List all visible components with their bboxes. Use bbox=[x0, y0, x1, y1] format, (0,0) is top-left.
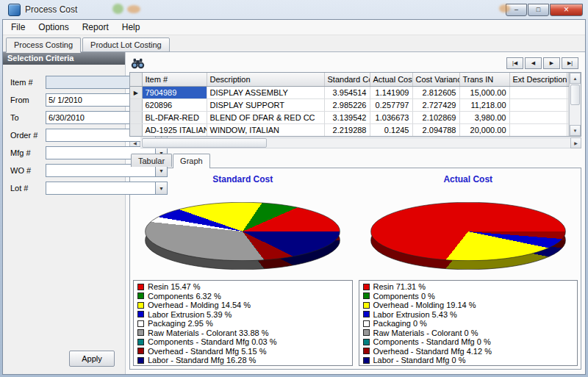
cell-description[interactable]: DISPLAY SUPPORT bbox=[207, 99, 324, 112]
nav-first-button[interactable]: |◀ bbox=[506, 57, 523, 69]
graph-panel: Standard Cost Resin 15.47 %Components 6.… bbox=[129, 168, 581, 370]
apply-button[interactable]: Apply bbox=[69, 351, 115, 367]
table-row[interactable]: ▶7904989DISPLAY ASSEMBLY3.9545141.141909… bbox=[130, 87, 569, 99]
legend-swatch bbox=[137, 302, 144, 309]
legend-item: Overhead - Standard Mfg 4.12 % bbox=[363, 347, 574, 356]
cell-cost-variance[interactable]: 2.812605 bbox=[412, 87, 459, 99]
menu-bar: FileOptionsReportHelp bbox=[3, 20, 585, 35]
legend-item: Labor - Standard Mfg 0 % bbox=[363, 356, 574, 365]
legend-item: Components 0 % bbox=[363, 292, 574, 301]
cell-ext-description[interactable] bbox=[509, 87, 567, 99]
cell-actual-cost[interactable]: 0.1245 bbox=[370, 124, 412, 137]
cell-item[interactable]: 7904989 bbox=[142, 87, 207, 99]
column-header-cost-variance[interactable]: Cost Variance bbox=[412, 73, 459, 87]
legend-label: Labor - Standard Mfg 16.28 % bbox=[148, 356, 256, 365]
tab-product-lot-costing[interactable]: Product Lot Costing bbox=[82, 37, 170, 52]
cell-trans-in[interactable]: 20,000.00 bbox=[459, 124, 509, 137]
grid-horizontal-scrollbar[interactable]: ◀ ▶ bbox=[129, 137, 581, 148]
horizontal-scroll-track[interactable] bbox=[140, 137, 570, 148]
nav-previous-button[interactable]: ◀ bbox=[525, 57, 542, 69]
grid-header-row: Item #DescriptionStandard CostActual Cos… bbox=[130, 73, 569, 87]
legend-swatch bbox=[363, 292, 370, 299]
cell-description[interactable]: BLEND OF DFAR & RED CC bbox=[207, 112, 324, 124]
column-header-description[interactable]: Description bbox=[207, 73, 324, 87]
scroll-up-icon[interactable]: ▲ bbox=[570, 73, 581, 84]
cell-item[interactable]: 620896 bbox=[142, 99, 207, 112]
field-row-from: From▼ bbox=[10, 91, 119, 109]
cell-description[interactable]: WINDOW, ITALIAN bbox=[207, 124, 324, 137]
cell-trans-in[interactable]: 15,000.00 bbox=[459, 87, 509, 99]
cell-standard-cost[interactable]: 3.954514 bbox=[324, 87, 370, 99]
cell-item[interactable]: BL-DFAR-RED bbox=[142, 112, 207, 124]
row-indicator-header bbox=[130, 73, 142, 87]
menu-item-options[interactable]: Options bbox=[32, 20, 75, 35]
legend-swatch bbox=[137, 357, 144, 364]
scroll-right-icon[interactable]: ▶ bbox=[570, 137, 581, 148]
cell-cost-variance[interactable]: 2.727429 bbox=[412, 99, 459, 112]
legend-label: Overhead - Standard Mfg 5.15 % bbox=[148, 347, 266, 356]
legend-item: Raw Materials - Colorant 33.88 % bbox=[137, 328, 348, 338]
cell-ext-description[interactable] bbox=[509, 124, 567, 137]
view-tab-tabular[interactable]: Tabular bbox=[131, 154, 172, 167]
actual-cost-chart-panel: Actual Cost Resin 71.31 %Components 0 %O… bbox=[357, 170, 580, 367]
chart-legend: Resin 71.31 %Components 0 %Overhead - Mo… bbox=[359, 280, 578, 366]
vertical-scroll-thumb[interactable] bbox=[570, 85, 580, 105]
selection-criteria-panel: Selection Criteria Item #…From▼To▼Order … bbox=[3, 52, 126, 374]
cell-standard-cost[interactable]: 3.139542 bbox=[324, 112, 370, 124]
nav-next-button[interactable]: ▶ bbox=[543, 57, 560, 69]
legend-label: Packaging 0 % bbox=[373, 319, 427, 328]
menu-item-help[interactable]: Help bbox=[115, 20, 147, 35]
horizontal-scroll-thumb[interactable] bbox=[142, 138, 267, 148]
menu-item-file[interactable]: File bbox=[4, 20, 32, 35]
cell-actual-cost[interactable]: 0.257797 bbox=[370, 99, 412, 112]
cell-item[interactable]: AD-1925 ITALIAN bbox=[142, 124, 207, 137]
cell-standard-cost[interactable]: 2.219288 bbox=[324, 124, 370, 137]
title-bar[interactable]: Process Cost – □ × bbox=[2, 0, 586, 19]
menu-item-report[interactable]: Report bbox=[76, 20, 115, 35]
main-tab-strip: Process CostingProduct Lot Costing bbox=[3, 35, 585, 52]
chart-title: Actual Cost bbox=[443, 174, 492, 184]
cell-trans-in[interactable]: 11,218.00 bbox=[459, 99, 509, 112]
main-area: |◀◀▶▶| Item #DescriptionStandard CostAct… bbox=[126, 52, 585, 374]
legend-swatch bbox=[363, 320, 370, 327]
view-tab-graph[interactable]: Graph bbox=[173, 154, 210, 168]
client-area: FileOptionsReportHelp Process CostingPro… bbox=[2, 19, 586, 375]
table-row[interactable]: AD-1925 ITALIANWINDOW, ITALIAN2.2192880.… bbox=[130, 124, 569, 137]
column-header-trans-in[interactable]: Trans IN bbox=[459, 73, 509, 87]
cell-description[interactable]: DISPLAY ASSEMBLY bbox=[207, 87, 324, 99]
cell-actual-cost[interactable]: 1.141909 bbox=[370, 87, 412, 99]
legend-label: Raw Materials - Colorant 0 % bbox=[373, 328, 478, 337]
tab-process-costing[interactable]: Process Costing bbox=[6, 37, 81, 53]
maximize-button[interactable]: □ bbox=[528, 4, 549, 16]
vertical-scroll-track[interactable] bbox=[570, 84, 581, 125]
scroll-down-icon[interactable]: ▼ bbox=[570, 125, 581, 136]
cell-cost-variance[interactable]: 2.102869 bbox=[412, 112, 459, 124]
cell-ext-description[interactable] bbox=[509, 112, 567, 124]
column-header-actual-cost[interactable]: Actual Cost bbox=[370, 73, 412, 87]
cell-trans-in[interactable]: 3,980.00 bbox=[459, 112, 509, 124]
field-label-mfg: Mfg # bbox=[10, 148, 46, 157]
table-row[interactable]: BL-DFAR-REDBLEND OF DFAR & RED CC3.13954… bbox=[130, 112, 569, 124]
column-header-standard-cost[interactable]: Standard Cost bbox=[324, 73, 370, 87]
legend-label: Overhead - Molding 19.14 % bbox=[373, 301, 476, 309]
find-icon[interactable] bbox=[131, 58, 145, 69]
close-button[interactable]: × bbox=[550, 4, 583, 16]
grid-toolbar: |◀◀▶▶| bbox=[129, 54, 581, 72]
legend-swatch bbox=[137, 348, 144, 354]
legend-item: Overhead - Standard Mfg 5.15 % bbox=[137, 347, 348, 356]
cell-standard-cost[interactable]: 2.985226 bbox=[324, 99, 370, 112]
chart-legend: Resin 15.47 %Components 6.32 %Overhead -… bbox=[133, 280, 353, 366]
column-header-item[interactable]: Item # bbox=[142, 73, 207, 87]
selection-fields: Item #…From▼To▼Order #▼Mfg #▼WO #▼Lot #▼ bbox=[3, 65, 125, 197]
grid-vertical-scrollbar[interactable]: ▲ ▼ bbox=[569, 73, 581, 136]
cell-actual-cost[interactable]: 1.036673 bbox=[370, 112, 412, 124]
table-row[interactable]: 620896DISPLAY SUPPORT2.9852260.2577972.7… bbox=[130, 99, 569, 112]
nav-last-button[interactable]: ▶| bbox=[562, 57, 578, 69]
cell-cost-variance[interactable]: 2.094788 bbox=[412, 124, 459, 137]
legend-swatch bbox=[363, 339, 370, 345]
cell-ext-description[interactable] bbox=[509, 99, 567, 112]
legend-swatch bbox=[363, 329, 370, 336]
field-row-lot: Lot #▼ bbox=[10, 179, 119, 197]
legend-swatch bbox=[137, 311, 144, 317]
column-header-ext-description[interactable]: Ext Description bbox=[509, 73, 567, 87]
